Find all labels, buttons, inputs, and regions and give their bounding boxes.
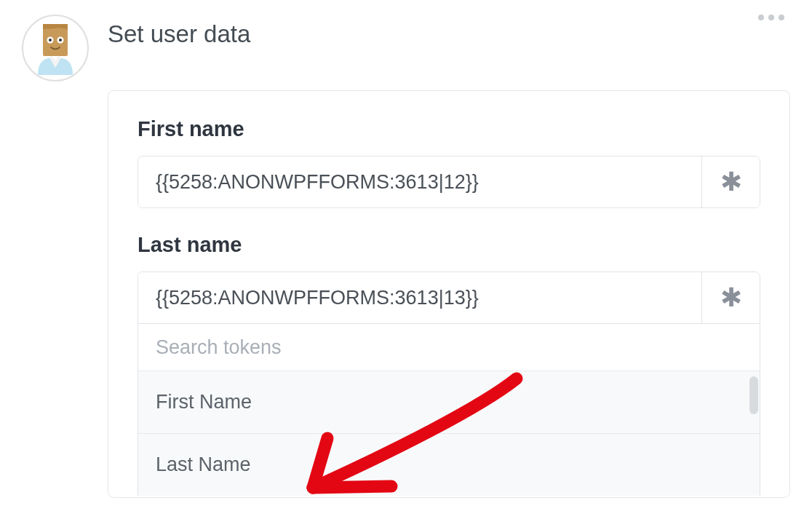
first-name-input[interactable]: {{5258:ANONWPFFORMS:3613|12}}	[138, 157, 701, 207]
token-picker-button[interactable]: ✱	[701, 272, 760, 323]
first-name-label: First name	[138, 117, 760, 141]
page-title: Set user data	[108, 20, 790, 48]
form-card: First name {{5258:ANONWPFFORMS:3613|12}}…	[108, 90, 790, 498]
asterisk-icon: ✱	[720, 285, 742, 311]
token-option[interactable]: First Name	[138, 371, 760, 433]
token-option[interactable]: Last Name	[138, 433, 760, 496]
asterisk-icon: ✱	[720, 169, 742, 195]
last-name-input[interactable]: {{5258:ANONWPFFORMS:3613|13}}	[138, 272, 701, 323]
scrollbar-thumb[interactable]	[749, 376, 758, 414]
field-last-name: Last name {{5258:ANONWPFFORMS:3613|13}} …	[138, 233, 760, 496]
token-picker-button[interactable]: ✱	[701, 157, 760, 207]
svg-rect-0	[43, 24, 68, 56]
more-options-button[interactable]	[758, 15, 784, 20]
token-dropdown: First Name Last Name	[138, 324, 760, 496]
svg-point-3	[49, 39, 52, 41]
svg-point-4	[59, 39, 62, 41]
last-name-label: Last name	[138, 233, 760, 257]
field-first-name: First name {{5258:ANONWPFFORMS:3613|12}}…	[138, 117, 760, 208]
token-search-input[interactable]	[156, 336, 742, 359]
avatar	[22, 15, 89, 82]
